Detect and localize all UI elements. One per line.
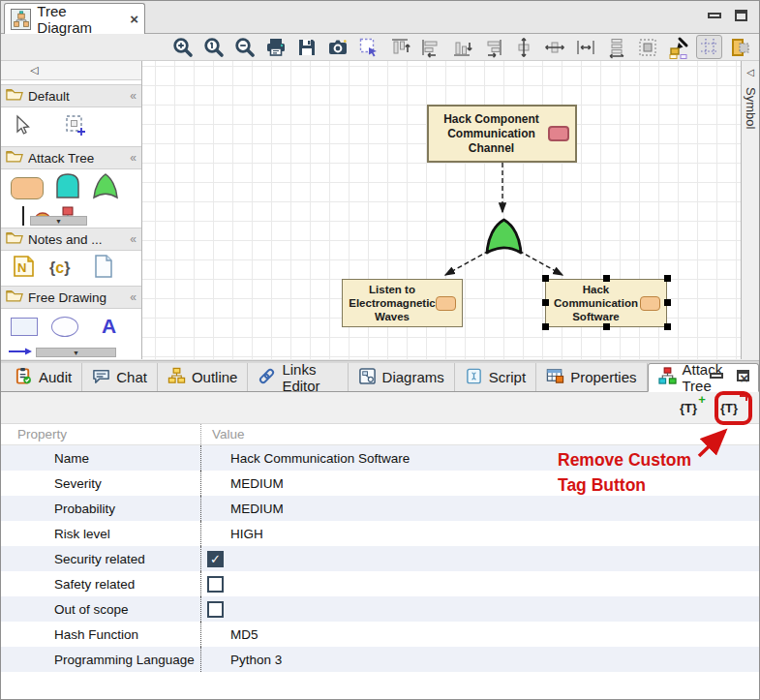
symbol-panel-label: Symbol [744, 87, 758, 129]
palette-overflow-scroll[interactable]: ▼ [36, 348, 116, 357]
selection-handle[interactable] [542, 323, 549, 330]
blank-page-tool[interactable] [91, 254, 116, 283]
zoom-original-button[interactable] [200, 35, 227, 59]
align-top-button[interactable] [386, 35, 412, 59]
maximize-button[interactable] [735, 10, 747, 21]
zoom-in-button[interactable] [169, 35, 196, 59]
select-tool[interactable] [11, 113, 34, 140]
fit-selection-button[interactable] [634, 35, 660, 59]
property-row[interactable]: Hash FunctionMD5 [1, 622, 759, 647]
section-collapse-icon[interactable]: « [130, 89, 137, 103]
rectangle-tool[interactable] [11, 318, 38, 336]
svg-text:N: N [17, 260, 26, 275]
property-value: MD5 [201, 622, 759, 647]
attack-node-tool[interactable] [11, 177, 44, 199]
section-collapse-icon[interactable]: « [130, 151, 137, 165]
center-horizontal-button[interactable] [541, 35, 567, 59]
section-collapse-icon[interactable]: « [130, 232, 137, 246]
tab-properties[interactable]: Properties [536, 363, 647, 391]
palette-section-attack-tree[interactable]: Attack Tree « [1, 146, 141, 169]
ellipse-tool[interactable] [51, 317, 78, 337]
text-tool[interactable]: A [102, 315, 116, 338]
palette-section-free-drawing[interactable]: Free Drawing « [1, 286, 141, 309]
selection-handle[interactable] [664, 299, 671, 306]
marquee-tool[interactable] [63, 112, 88, 141]
property-value: ✓ [201, 546, 759, 571]
property-row[interactable]: Out of scope [1, 596, 759, 622]
checkbox-checked[interactable]: ✓ [207, 551, 224, 567]
node-listen-to-electromagnetic-waves[interactable]: Listen to Electromagnetic Waves [342, 279, 463, 327]
maximize-button[interactable] [737, 370, 749, 381]
match-size-button[interactable] [572, 35, 598, 59]
selection-handle[interactable] [664, 275, 671, 282]
comment-tool[interactable]: {c} [49, 259, 70, 277]
note-tool[interactable]: N [11, 254, 36, 283]
node-tag-badge[interactable] [436, 296, 456, 311]
property-row[interactable]: Security related✓ [1, 546, 759, 571]
expand-left-icon[interactable]: ◁ [746, 67, 754, 77]
property-row[interactable]: Programming LanguagePython 3 [1, 647, 759, 672]
selection-handle[interactable] [542, 275, 549, 282]
editor-tabstrip: Tree Diagram × [1, 1, 759, 34]
section-collapse-icon[interactable]: « [130, 290, 137, 304]
format-painter-button[interactable] [665, 35, 691, 59]
property-row[interactable]: Safety related [1, 571, 759, 596]
align-left-button[interactable] [417, 35, 443, 59]
node-hack-communication-software[interactable]: Hack Communication Software [545, 279, 667, 327]
close-tab-icon[interactable]: × [130, 11, 138, 27]
column-header-property[interactable]: Property [1, 424, 201, 444]
minimize-button[interactable] [708, 13, 721, 18]
palette-section-notes[interactable]: Notes and ... « [1, 228, 141, 251]
print-button[interactable] [262, 35, 289, 59]
property-value: HIGH [201, 521, 759, 546]
align-bottom-button[interactable] [448, 35, 474, 59]
symbol-panel-collapsed[interactable]: ◁ Symbol [741, 61, 759, 359]
screenshot-button[interactable] [324, 35, 350, 59]
center-vertical-button[interactable] [510, 35, 536, 59]
remove-custom-tag-button[interactable]: {T} [716, 398, 742, 418]
arrow-line-tool[interactable] [7, 344, 34, 359]
selection-handle[interactable] [664, 323, 671, 330]
align-right-button[interactable] [479, 35, 505, 59]
diagram-canvas[interactable]: Hack Component Communication Channel Lis… [142, 61, 741, 359]
attack-tree-icon [658, 367, 677, 388]
save-button[interactable] [293, 35, 319, 59]
toggle-grid-button[interactable] [696, 35, 722, 59]
property-label: Severity [1, 471, 201, 496]
or-gate-tool[interactable] [92, 172, 119, 203]
symbol-editor-button[interactable] [727, 35, 753, 59]
tree-diagram-icon [11, 9, 31, 30]
and-gate-tool[interactable] [55, 172, 80, 203]
connector-tool[interactable] [22, 206, 24, 226]
tab-chat[interactable]: Chat [82, 363, 158, 391]
minimize-button[interactable] [710, 373, 723, 379]
selection-handle[interactable] [603, 323, 610, 330]
tab-tree-diagram[interactable]: Tree Diagram × [4, 3, 145, 34]
tab-audit[interactable]: Audit [5, 363, 82, 391]
property-row[interactable]: Risk levelHIGH [1, 521, 759, 546]
tab-diagrams[interactable]: Diagrams [349, 363, 455, 391]
checkbox-unchecked[interactable] [207, 601, 224, 618]
property-label: Risk level [1, 521, 201, 546]
tab-label: Chat [116, 369, 147, 385]
palette-section-default[interactable]: Default « [1, 84, 141, 107]
distribute-vertical-button[interactable] [603, 35, 629, 59]
select-region-button[interactable] [355, 35, 381, 59]
tab-script[interactable]: Script [455, 363, 536, 391]
palette-overflow-scroll[interactable]: ▼ [30, 216, 87, 226]
property-row[interactable]: ProbabilityMEDIUM [1, 496, 759, 521]
column-header-value[interactable]: Value [201, 427, 759, 441]
node-label: Hack Component Communication Channel [429, 112, 548, 156]
palette-collapse-icon[interactable]: ◁ [30, 64, 38, 76]
node-tag-badge[interactable] [640, 296, 660, 311]
selection-handle[interactable] [603, 275, 610, 282]
or-gate-shape[interactable] [484, 217, 524, 259]
node-tag-badge[interactable] [548, 126, 569, 141]
node-hack-component-communication-channel[interactable]: Hack Component Communication Channel [427, 105, 577, 163]
zoom-out-button[interactable] [231, 35, 258, 59]
tab-links-editor[interactable]: Links Editor [248, 363, 348, 391]
checkbox-unchecked[interactable] [207, 576, 224, 593]
selection-handle[interactable] [542, 299, 549, 306]
tab-outline[interactable]: Outline [158, 363, 249, 391]
add-custom-tag-button[interactable]: {T} + [676, 398, 701, 418]
